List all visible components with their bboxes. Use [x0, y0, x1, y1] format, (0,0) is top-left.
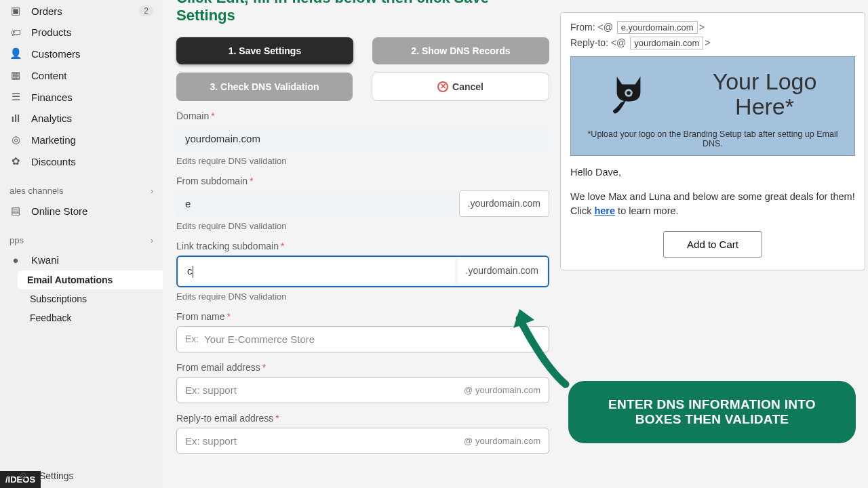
chevron-right-icon: ›: [151, 236, 153, 245]
store-icon: ▤: [9, 205, 22, 217]
from-email-field: From email address* Ex: support @ yourdo…: [176, 362, 549, 403]
sidebar-item-products[interactable]: 🏷 Products: [0, 22, 163, 43]
sidebar-item-content[interactable]: ▦ Content: [0, 64, 163, 86]
sidebar-item-label: Subscriptions: [30, 293, 87, 304]
sidebar-item-subscriptions[interactable]: Subscriptions: [20, 289, 163, 308]
email-preview: From: <@ e.yourdomain.com> Reply-to: <@ …: [560, 12, 865, 270]
link-tracking-field: Link tracking subdomain* c .yourdomain.c…: [176, 241, 549, 302]
sidebar-item-email-automations[interactable]: Email Automations: [18, 270, 163, 289]
arrow-annotation: [511, 306, 572, 388]
add-to-cart-button[interactable]: Add to Cart: [663, 231, 762, 258]
from-subdomain-field: From subdomain* e .yourdomain.com Edits …: [176, 176, 549, 231]
sidebar-item-label: Feedback: [30, 312, 71, 323]
section-sales-channels[interactable]: ales channels ›: [0, 182, 163, 200]
page-title: Click Edit, fill in fields below then cl…: [176, 0, 549, 25]
kwani-subnav: Email Automations Subscriptions Feedback: [0, 270, 163, 327]
close-icon: ✕: [437, 81, 448, 92]
svg-point-1: [627, 92, 631, 96]
orders-badge: 2: [139, 5, 153, 16]
link-tracking-input[interactable]: c: [179, 258, 455, 285]
instruction-callout: ENTER DNS INFORMATION INTO BOXES THEN VA…: [568, 381, 856, 443]
discount-icon: ✿: [9, 155, 22, 167]
check-dns-button[interactable]: 3. Check DNS Validation: [176, 73, 353, 101]
from-name-input[interactable]: Ex: Your E-Commerce Store: [176, 326, 549, 352]
sidebar-item-label: Products: [31, 26, 71, 38]
from-name-field: From name* Ex: Your E-Commerce Store: [176, 311, 549, 352]
sidebar-item-marketing[interactable]: ◎ Marketing: [0, 129, 163, 150]
domain-suffix: .yourdomain.com: [458, 258, 547, 285]
from-subdomain-input[interactable]: e: [176, 190, 456, 217]
bars-icon: ☰: [9, 91, 22, 103]
sidebar-item-settings[interactable]: ⚙ Settings: [9, 466, 83, 485]
camera-icon: ▦: [9, 69, 22, 81]
save-settings-button[interactable]: 1. Save Settings: [176, 37, 353, 64]
domain-suffix: .yourdomain.com: [459, 190, 549, 217]
from-email-input[interactable]: Ex: support @ yourdomain.com: [176, 377, 549, 403]
cancel-button[interactable]: ✕ Cancel: [372, 73, 549, 101]
sidebar-item-label: Customers: [31, 48, 81, 60]
preview-from: From: <@ e.yourdomain.com>: [570, 21, 855, 34]
show-dns-button[interactable]: 2. Show DNS Records: [372, 37, 549, 64]
reply-to-field: Reply-to email address* Ex: support @ yo…: [176, 413, 549, 454]
sidebar-item-label: Orders: [31, 5, 62, 17]
preview-reply-to: Reply-to: <@ yourdomain.com>: [570, 37, 855, 49]
sidebar-item-label: Analytics: [31, 113, 72, 124]
sidebar-item-label: Discounts: [31, 156, 76, 167]
sidebar-item-label: Content: [31, 70, 67, 81]
inbox-icon: ▣: [9, 5, 22, 17]
sidebar-item-feedback[interactable]: Feedback: [20, 308, 163, 327]
sidebar-item-orders[interactable]: ▣ Orders 2: [0, 0, 163, 22]
logo-placeholder: Your LogoHere* *Upload your logo on the …: [570, 56, 855, 156]
domain-input[interactable]: yourdomain.com: [176, 125, 549, 152]
target-icon: ◎: [9, 134, 22, 146]
gear-icon: ⚙: [19, 470, 31, 481]
section-apps[interactable]: pps ›: [0, 231, 163, 249]
preview-body: Hello Dave, We love Max and Luna and bel…: [570, 165, 855, 219]
main-content: Click Edit, fill in fields below then cl…: [176, 0, 556, 454]
sidebar-item-online-store[interactable]: ▤ Online Store: [0, 200, 163, 222]
sidebar-item-customers[interactable]: 👤 Customers: [0, 43, 163, 64]
sidebar-item-label: Kwani: [31, 254, 59, 266]
sidebar-item-label: Online Store: [31, 205, 87, 217]
sidebar-item-finances[interactable]: ☰ Finances: [0, 86, 163, 108]
person-icon: 👤: [9, 47, 22, 60]
sidebar-item-discounts[interactable]: ✿ Discounts: [0, 150, 163, 172]
preview-here-link[interactable]: here: [594, 205, 615, 216]
chevron-right-icon: ›: [151, 186, 153, 196]
domain-hint: Edits require DNS validation: [176, 156, 549, 166]
reply-to-input[interactable]: Ex: support @ yourdomain.com: [176, 428, 549, 454]
sidebar-item-label: Marketing: [31, 134, 76, 146]
chart-icon: ıll: [9, 113, 22, 124]
tag-icon: 🏷: [9, 26, 22, 38]
sidebar-item-label: Email Automations: [27, 274, 113, 285]
sidebar: ▣ Orders 2 🏷 Products 👤 Customers ▦ Cont…: [0, 0, 163, 488]
domain-field: Domain* yourdomain.com Edits require DNS…: [176, 110, 549, 166]
cat-icon: [609, 71, 648, 117]
sidebar-item-analytics[interactable]: ıll Analytics: [0, 108, 163, 129]
sidebar-item-label: Finances: [31, 92, 73, 103]
sidebar-item-kwani[interactable]: ● Kwani: [0, 249, 163, 270]
app-icon: ●: [9, 254, 22, 266]
